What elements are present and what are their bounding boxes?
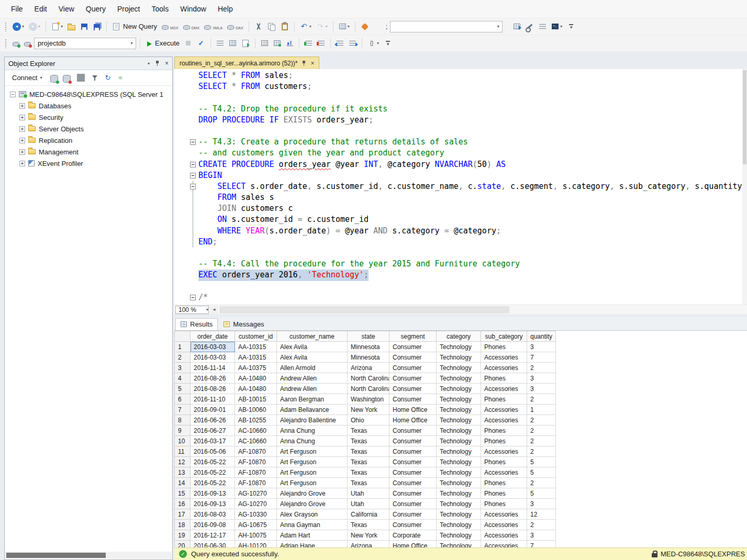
grid-cell[interactable]: Technology [437,509,481,520]
grid-cell[interactable]: Utah [348,488,389,499]
row-number[interactable]: 14 [175,478,191,488]
grid-cell[interactable]: 2 [527,478,556,488]
document-tab[interactable]: routines_in_sql_ser...ayinka.arimoro (52… [174,57,319,69]
code-editor[interactable]: SELECT * FROM sales;SELECT * FROM custom… [174,69,747,305]
row-number[interactable]: 4 [175,373,191,384]
grid-cell[interactable]: Home Office [389,405,437,415]
grid-cell[interactable]: AF-10870 [235,446,277,457]
uncomment-button[interactable] [316,38,327,49]
row-number[interactable]: 9 [175,425,191,436]
grid-cell[interactable]: Technology [437,488,481,499]
grid-cell[interactable]: Consumer [389,520,437,530]
grid-cell[interactable]: Alejandro Grove [277,488,348,499]
grid-cell[interactable]: Arizona [348,363,389,373]
grid-cell[interactable]: Phones [481,478,527,488]
fold-minus-icon[interactable]: − [190,139,196,145]
expand-icon[interactable] [19,161,25,166]
fold-minus-icon[interactable]: − [190,295,196,300]
forward-button[interactable]: ▾ [27,21,42,32]
grid-cell[interactable]: AG-10330 [235,509,277,520]
grid-cell[interactable]: Accessories [481,520,527,530]
grid-cell[interactable]: Technology [437,541,481,548]
editor-vertical-scrollbar[interactable] [742,69,747,305]
grid-cell[interactable]: Art Ferguson [277,457,348,467]
dropdown-caret-icon[interactable]: ▾ [309,24,311,29]
grid-cell[interactable]: Consumer [389,457,437,467]
grid-cell[interactable]: 2 [527,394,556,405]
tree-node-databases[interactable]: Databases [5,100,172,111]
code-line[interactable] [174,92,747,103]
grid-cell[interactable]: Consumer [389,342,437,352]
pin-icon[interactable] [155,61,160,66]
connect-button[interactable] [11,39,21,48]
grid-cell[interactable]: Utah [348,499,389,509]
stop-icon[interactable] [77,74,85,82]
zoom-selector[interactable]: 100 % ▾ [175,306,209,314]
grid-cell[interactable]: 2016-06-26 [191,415,235,425]
row-number[interactable]: 6 [175,394,191,405]
grid-cell[interactable]: Alejandro Grove [277,499,348,509]
grid-cell[interactable]: Texas [348,520,389,530]
fold-toggle[interactable]: − [174,170,198,181]
connect-icon[interactable] [50,75,58,83]
toolbar-grip[interactable] [5,39,7,48]
column-header-customer_id[interactable]: customer_id [235,331,277,342]
grid-cell[interactable]: AA-10480 [235,373,277,384]
grid-cell[interactable]: AF-10870 [235,467,277,478]
grid-cell[interactable]: Consumer [389,436,437,446]
grid-cell[interactable]: Texas [348,446,389,457]
fold-toggle[interactable]: − [174,181,198,192]
grid-cell[interactable]: 2016-05-22 [191,457,235,467]
grid-cell[interactable]: Allen Armold [277,363,348,373]
plan-button[interactable] [259,38,270,49]
row-number[interactable]: 18 [175,520,191,530]
editor-horizontal-scrollbar[interactable] [219,306,747,314]
grid-cell[interactable]: Ohio [348,415,389,425]
monitor-icon[interactable] [116,74,124,82]
execute-button[interactable]: Execute [144,38,181,48]
column-header-category[interactable]: category [437,331,481,342]
grid-cell[interactable]: 2016-05-22 [191,478,235,488]
grid-cell[interactable]: Technology [437,415,481,425]
grid-cell[interactable]: 3 [527,499,556,509]
code-line[interactable]: −BEGIN [174,170,747,181]
grid-cell[interactable]: Art Ferguson [277,446,348,457]
template-params-button[interactable]: ▾ [366,38,381,49]
row-number[interactable]: 19 [175,530,191,541]
grid-cell[interactable]: Anna Chung [277,436,348,446]
grid-cell[interactable]: AB-10015 [235,394,277,405]
fold-toggle[interactable]: − [174,137,198,148]
grid-cell[interactable]: Technology [437,478,481,488]
grid-cell[interactable]: Art Ferguson [277,478,348,488]
grid-cell[interactable]: Accessories [481,352,527,363]
grid-cell[interactable]: 2 [527,446,556,457]
row-number[interactable]: 17 [175,509,191,520]
tree-node-xevent-profiler[interactable]: XEvent Profiler [5,158,172,169]
grid-cell[interactable]: 2016-05-22 [191,467,235,478]
live-stats-button[interactable] [272,38,283,49]
new-file-button[interactable]: ▾ [50,21,64,32]
grid-cell[interactable]: AB-10255 [235,415,277,425]
code-line[interactable] [174,248,747,259]
grid-cell[interactable]: Andrew Allen [277,373,348,384]
expand-icon[interactable] [19,115,25,120]
parse-button[interactable] [195,38,207,49]
grid-cell[interactable]: AH-10120 [235,541,277,548]
results-file-button[interactable] [240,38,251,49]
connect-button[interactable]: Connect ▾ [9,73,45,83]
grid-cell[interactable]: 1 [527,405,556,415]
grid-cell[interactable]: Adrian Hane [277,541,348,548]
dropdown-caret-icon[interactable]: ▾ [61,24,63,29]
cut-button[interactable] [253,21,264,32]
grid-cell[interactable]: 2016-05-06 [191,446,235,457]
grid-cell[interactable]: Technology [437,499,481,509]
comment-button[interactable] [303,38,314,49]
grid-cell[interactable]: 2016-06-30 [191,541,235,548]
row-number[interactable]: 20 [175,541,191,548]
results-text-button[interactable] [215,38,226,49]
grid-cell[interactable]: 2016-06-27 [191,425,235,436]
grid-cell[interactable]: Phones [481,394,527,405]
xmla-query-button[interactable]: XMLA [203,22,224,31]
row-number[interactable]: 16 [175,499,191,509]
expand-icon[interactable] [19,138,25,143]
